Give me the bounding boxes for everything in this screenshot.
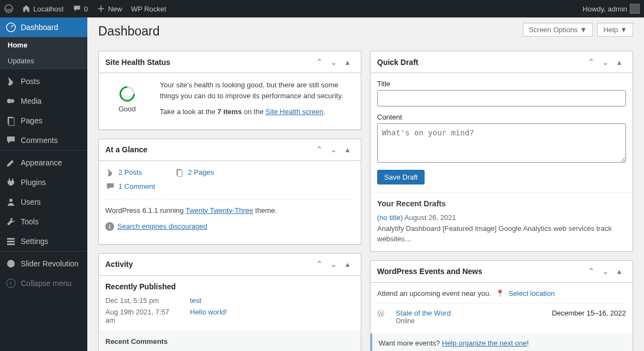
- draft-content-textarea[interactable]: [377, 123, 626, 163]
- move-down-icon[interactable]: ⌄: [599, 265, 612, 278]
- new-content[interactable]: New: [92, 0, 127, 17]
- draft-row: (no title) August 26, 2021 Analytify Das…: [377, 212, 626, 245]
- admin-menu: Dashboard Home Updates Posts Media Pages…: [0, 17, 87, 351]
- health-circle-icon: [116, 83, 138, 105]
- save-draft-button[interactable]: Save Draft: [377, 170, 425, 185]
- location-icon: 📍: [496, 289, 504, 298]
- post-link[interactable]: test: [190, 296, 201, 305]
- menu-plugins[interactable]: Plugins: [0, 172, 87, 192]
- event-row: Ⓦ State of the Word Online December 15–1…: [377, 303, 626, 330]
- toggle-icon[interactable]: ▴: [613, 265, 626, 278]
- menu-users[interactable]: Users: [0, 192, 87, 212]
- my-account[interactable]: Howdy, admin: [579, 0, 644, 17]
- post-link[interactable]: Hello world!: [190, 308, 227, 324]
- menu-comments[interactable]: Comments: [0, 130, 87, 150]
- collapse-menu[interactable]: Collapse menu: [0, 273, 87, 293]
- glance-pages[interactable]: 2 Pages: [175, 168, 214, 177]
- comments-bubble[interactable]: 0: [68, 0, 92, 17]
- wordpress-icon: Ⓦ: [377, 309, 390, 325]
- submenu-updates[interactable]: Updates: [0, 53, 87, 69]
- recent-comments-heading: Recent Comments: [105, 337, 354, 346]
- submenu-home[interactable]: Home: [0, 37, 87, 53]
- info-icon: i: [105, 222, 114, 231]
- comment-icon: [105, 182, 115, 192]
- menu-slider-revolution[interactable]: Slider Revolution: [0, 254, 87, 273]
- organize-link[interactable]: Help organize the next one: [442, 339, 527, 347]
- widget-site-health: Site Health Status ⌃⌄▴ Good Your site's …: [98, 51, 361, 130]
- event-link[interactable]: State of the Word: [396, 309, 451, 317]
- published-row: Dec 1st, 5:15 pmtest: [105, 296, 354, 305]
- menu-dashboard[interactable]: Dashboard: [0, 17, 87, 37]
- published-row: Aug 19th 2021, 7:57 amHello world!: [105, 308, 354, 324]
- glance-comments[interactable]: 1 Comment: [105, 182, 354, 192]
- avatar: [630, 4, 640, 14]
- widget-activity: Activity ⌃⌄▴ Recently Published Dec 1st,…: [98, 253, 361, 352]
- move-up-icon[interactable]: ⌃: [585, 56, 598, 69]
- menu-pages[interactable]: Pages: [0, 111, 87, 130]
- want-more-events: Want more events? Help organize the next…: [371, 334, 633, 352]
- move-down-icon[interactable]: ⌄: [327, 143, 340, 156]
- move-up-icon[interactable]: ⌃: [313, 143, 326, 156]
- pin-icon: [105, 168, 115, 177]
- menu-appearance[interactable]: Appearance: [0, 153, 87, 172]
- widget-title: At a Glance: [105, 145, 313, 154]
- help-button[interactable]: Help ▼: [597, 23, 633, 37]
- glance-posts[interactable]: 2 Posts: [105, 168, 142, 177]
- widget-events-news: WordPress Events and News ⌃⌄▴ Attend an …: [370, 260, 633, 352]
- wp-version: WordPress 6.1.1 running Twenty Twenty-Th…: [105, 199, 354, 216]
- svg-point-2: [7, 99, 11, 103]
- theme-link[interactable]: Twenty Twenty-Three: [186, 206, 253, 215]
- widget-title: Quick Draft: [377, 58, 585, 67]
- svg-rect-4: [9, 118, 14, 126]
- title-label: Title: [377, 80, 626, 88]
- move-up-icon[interactable]: ⌃: [313, 56, 326, 69]
- menu-settings[interactable]: Settings: [0, 231, 87, 251]
- svg-rect-8: [7, 243, 15, 245]
- health-link-line: Take a look at the 7 items on the Site H…: [160, 106, 354, 117]
- menu-tools[interactable]: Tools: [0, 212, 87, 231]
- widget-title: WordPress Events and News: [377, 267, 585, 276]
- wp-logo[interactable]: [0, 0, 17, 17]
- event-date: December 15–16, 2022: [552, 309, 626, 325]
- move-up-icon[interactable]: ⌃: [585, 265, 598, 278]
- widget-title: Site Health Status: [105, 58, 313, 67]
- search-engines-link[interactable]: Search engines discouraged: [117, 222, 207, 230]
- svg-rect-6: [7, 238, 15, 240]
- menu-media[interactable]: Media: [0, 91, 87, 111]
- health-indicator: Good: [105, 80, 149, 120]
- recent-drafts-heading: Your Recent Drafts: [377, 199, 626, 208]
- move-up-icon[interactable]: ⌃: [313, 258, 326, 271]
- menu-posts[interactable]: Posts: [0, 72, 87, 91]
- svg-point-5: [9, 199, 13, 202]
- draft-title-input[interactable]: [377, 90, 626, 106]
- toggle-icon[interactable]: ▴: [613, 56, 626, 69]
- wp-rocket[interactable]: WP Rocket: [127, 0, 171, 17]
- toggle-icon[interactable]: ▴: [341, 56, 354, 69]
- health-message: Your site's health is looking good, but …: [160, 80, 354, 101]
- site-health-link[interactable]: Site Health screen: [266, 108, 324, 116]
- content-label: Content: [377, 113, 626, 121]
- svg-rect-7: [7, 241, 15, 242]
- select-location-link[interactable]: Select location: [509, 289, 555, 298]
- site-name[interactable]: Localhost: [17, 0, 68, 17]
- toggle-icon[interactable]: ▴: [341, 143, 354, 156]
- widget-at-a-glance: At a Glance ⌃⌄▴ 2 Posts 2 Pages 1 Commen…: [98, 139, 361, 245]
- widget-quick-draft: Quick Draft ⌃⌄▴ Title Content Save Draft…: [370, 51, 633, 252]
- move-down-icon[interactable]: ⌄: [327, 56, 340, 69]
- screen-options-button[interactable]: Screen Options ▼: [523, 23, 593, 37]
- svg-point-9: [7, 279, 15, 288]
- widget-title: Activity: [105, 260, 313, 269]
- draft-link[interactable]: (no title): [377, 213, 403, 222]
- move-down-icon[interactable]: ⌄: [599, 56, 612, 69]
- attend-text: Attend an upcoming event near you.: [377, 289, 491, 298]
- admin-toolbar: Localhost 0 New WP Rocket Howdy, admin: [0, 0, 644, 17]
- move-down-icon[interactable]: ⌄: [327, 258, 340, 271]
- search-engines-warning: iSearch engines discouraged: [105, 221, 354, 232]
- pages-icon: [175, 168, 184, 177]
- toggle-icon[interactable]: ▴: [341, 258, 354, 271]
- svg-rect-11: [178, 170, 182, 176]
- recently-published-heading: Recently Published: [105, 282, 354, 291]
